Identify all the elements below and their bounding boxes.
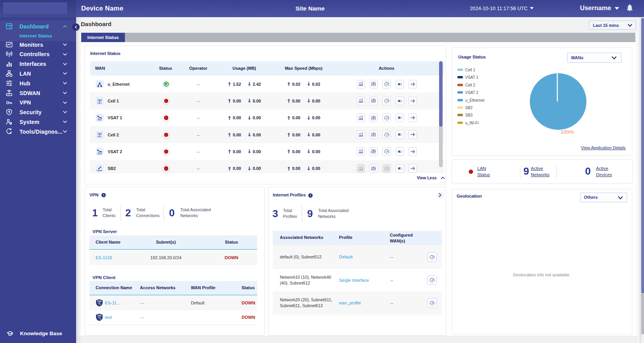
svg-text:VPN: VPN [97, 300, 101, 302]
svg-text:ON: ON [398, 101, 400, 101]
svg-text:ON: ON [398, 117, 400, 118]
svg-text:ON: ON [398, 83, 400, 84]
svg-text:ON: ON [398, 168, 400, 169]
svg-text:VPN: VPN [97, 315, 101, 317]
svg-text:ON: ON [398, 151, 400, 152]
